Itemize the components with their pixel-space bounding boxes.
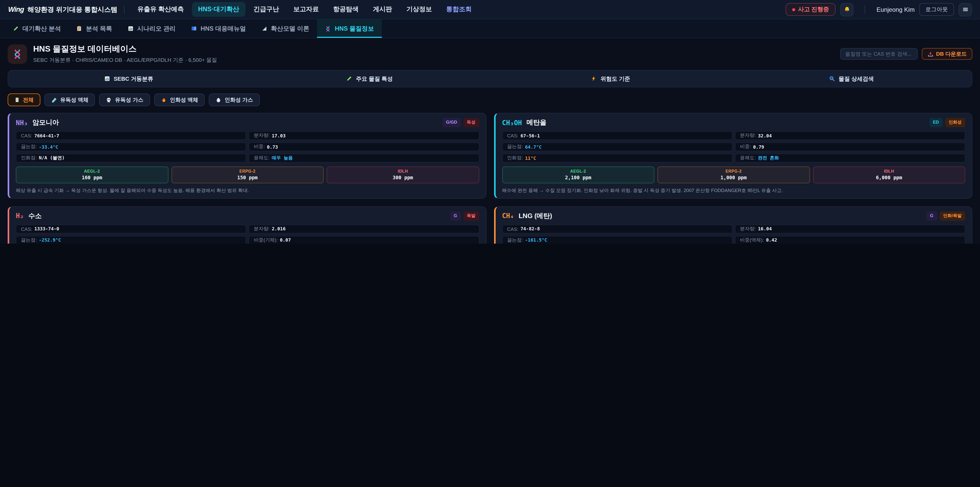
threshold-label: IDLH <box>813 169 965 174</box>
nav-item[interactable]: 게시판 <box>367 2 398 17</box>
threshold-label: AEGL-2 <box>16 169 168 174</box>
section-nav: SEBC 거동분류주요 물질 특성위험도 기준물질 상세검색 <box>8 70 972 87</box>
card-header: CH₄ LNG (메탄) G인화/폭발 <box>502 211 965 220</box>
badge-group: G인화/폭발 <box>926 211 965 220</box>
substance-name: 암모니아 <box>32 118 59 127</box>
property-label: 끓는점: <box>507 237 523 243</box>
property-label: 끓는점: <box>21 144 37 150</box>
sub-tabbar: 대기확산 분석분석 목록시나리오 관리HNS 대응매뉴얼확산모델 이론HNS 물… <box>0 19 980 38</box>
property-value: -33.4°C <box>39 144 58 149</box>
logout-button[interactable]: 로그아웃 <box>919 3 954 16</box>
tab-item[interactable]: 확산모델 이론 <box>253 19 317 38</box>
dna-icon <box>325 25 331 32</box>
threshold-value: 1,000 ppm <box>658 175 809 180</box>
filter-pill[interactable]: 인화성 액체 <box>154 93 205 106</box>
card-badge: G <box>926 211 937 220</box>
property-field: 분자량:17.03 <box>249 131 479 140</box>
section-nav-item[interactable]: 위험도 기준 <box>490 70 731 87</box>
tab-item[interactable]: 분석 목록 <box>68 19 120 38</box>
card-note: 해상 유출 시 급속 기화 → 독성 가스운 형성. 물에 잘 용해되어 수중 … <box>16 187 479 194</box>
property-label: 비중: <box>254 144 265 150</box>
filter-pill[interactable]: 유독성 액체 <box>45 93 95 106</box>
cards-grid: NH₃ 암모니아 G/GD독성 CAS:7664-41-7분자량:17.03끓는… <box>8 113 972 244</box>
property-value: 0.79 <box>753 144 764 149</box>
property-field: 비중:0.73 <box>249 142 479 151</box>
nav-item[interactable]: 통합조회 <box>440 2 478 17</box>
page-header: HNS 물질정보 데이터베이스 SEBC 거동분류 · CHRIS/CAMEO … <box>0 38 980 69</box>
property-field: 분자량:32.04 <box>735 131 966 140</box>
filter-pill-label: 유독성 가스 <box>115 96 143 104</box>
section-nav-label: 주요 물질 특성 <box>356 75 393 83</box>
property-field: 분자량:2.016 <box>249 225 479 233</box>
card-badge: ED <box>929 118 942 127</box>
nav-item[interactable]: 긴급구난 <box>247 2 285 17</box>
book-icon <box>191 26 197 32</box>
threshold-label: ERPG-2 <box>172 169 323 174</box>
substance-name: 수소 <box>28 211 41 220</box>
filter-pill[interactable]: 유독성 가스 <box>99 93 150 106</box>
property-label: 비중(기체): <box>254 237 278 243</box>
section-nav-item[interactable]: SEBC 거동분류 <box>8 70 249 87</box>
threshold-box: AEGL-22,100 ppm <box>502 166 654 184</box>
property-field: 비중(기체):0.07 <box>249 236 479 243</box>
property-grid: CAS:67-56-1분자량:32.04끓는점:64.7°C비중:0.79인화점… <box>502 131 965 163</box>
tab-label: 분석 목록 <box>86 24 112 33</box>
property-value: 74-82-8 <box>520 226 540 232</box>
tab-item[interactable]: HNS 물질정보 <box>317 19 382 38</box>
threshold-label: ERPG-2 <box>658 169 809 174</box>
ruler-icon <box>261 26 267 32</box>
nav-item[interactable]: 항공탐색 <box>327 2 365 17</box>
clipboard-icon <box>76 26 83 32</box>
property-grid: CAS:7664-41-7분자량:17.03끓는점:-33.4°C비중:0.73… <box>16 131 479 163</box>
property-label: CAS: <box>507 226 518 232</box>
skull-icon <box>106 97 112 103</box>
property-field: 분자량:16.04 <box>735 225 966 233</box>
property-field: 끓는점:-161.5°C <box>502 236 732 243</box>
property-value: 1333-74-0 <box>34 226 59 232</box>
card-badge: 독성 <box>463 118 479 127</box>
filter-pill[interactable]: 인화성 가스 <box>209 93 260 106</box>
nav-item[interactable]: 기상정보 <box>400 2 438 17</box>
property-field: 인화점:11°C <box>502 154 732 163</box>
card-header: NH₃ 암모니아 G/GD독성 <box>16 118 479 127</box>
nav-item[interactable]: 보고자료 <box>287 2 325 17</box>
property-label: 용해도: <box>254 155 270 161</box>
property-label: 분자량: <box>254 225 270 232</box>
topnav-right: 사고 진행중 Eunjeong Kim 로그아웃 <box>785 3 972 16</box>
card-header: CH₃OH 메탄올 ED인화성 <box>502 118 965 127</box>
chart-icon <box>104 76 110 82</box>
property-label: 비중: <box>740 144 751 150</box>
db-download-button[interactable]: DB 다운로드 <box>922 48 972 60</box>
property-value: 64.7°C <box>525 144 542 149</box>
doc-icon <box>14 97 20 103</box>
badge-group: G/GD독성 <box>442 118 479 127</box>
property-value: 67-56-1 <box>520 133 540 138</box>
property-label: 비중(액체): <box>740 237 764 243</box>
filter-pill[interactable]: 전체 <box>8 93 40 106</box>
nav-item[interactable]: 유출유 확산예측 <box>131 2 190 17</box>
menu-button[interactable] <box>959 3 972 16</box>
section-nav-item[interactable]: 주요 물질 특성 <box>249 70 490 87</box>
search-input[interactable] <box>840 48 918 60</box>
property-value: 32.04 <box>758 133 772 138</box>
card-badge: 인화성 <box>945 118 965 127</box>
threshold-box: IDLH6,000 ppm <box>813 166 965 184</box>
section-nav-label: SEBC 거동분류 <box>114 75 153 83</box>
section-nav-item[interactable]: 물질 상세검색 <box>731 70 972 87</box>
property-field: 용해도:완전 혼화 <box>735 154 966 163</box>
threshold-value: 300 ppm <box>327 175 479 180</box>
nav-item[interactable]: HNS·대기확산 <box>192 2 245 17</box>
notifications-button[interactable] <box>840 3 854 16</box>
tab-item[interactable]: HNS 대응매뉴얼 <box>183 19 253 38</box>
property-value: 7664-41-7 <box>34 133 59 138</box>
tab-item[interactable]: 시나리오 관리 <box>120 19 183 38</box>
tab-item[interactable]: 대기확산 분석 <box>5 19 68 38</box>
tab-label: 대기확산 분석 <box>22 24 61 33</box>
filter-pill-label: 전체 <box>23 96 34 104</box>
property-field: 끓는점:64.7°C <box>502 142 732 151</box>
threshold-value: 160 ppm <box>16 175 168 180</box>
db-download-label: DB 다운로드 <box>936 50 967 57</box>
tab-label: 시나리오 관리 <box>137 24 176 33</box>
property-value: 2.016 <box>272 226 286 232</box>
section-nav-label: 물질 상세검색 <box>838 75 874 83</box>
